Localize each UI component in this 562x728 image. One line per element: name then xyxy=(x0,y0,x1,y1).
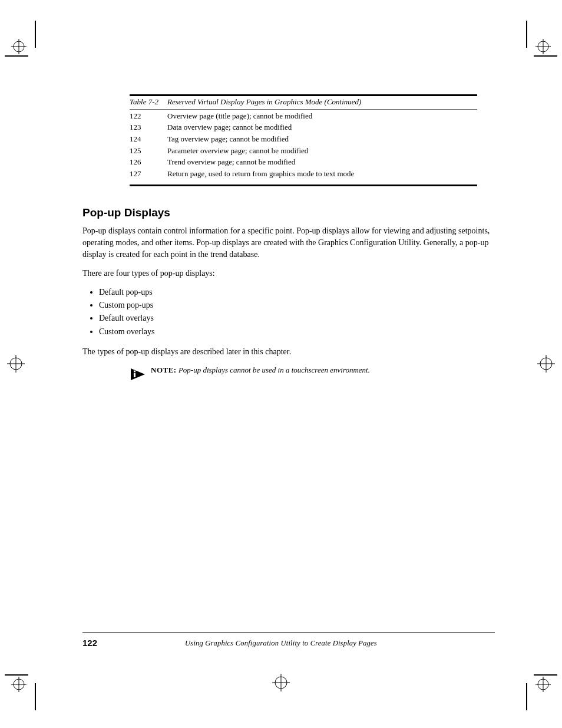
cell-func: Parameter overview page; cannot be modif… xyxy=(167,146,477,156)
svg-rect-31 xyxy=(134,373,135,377)
footer-rule xyxy=(82,632,495,633)
svg-point-7 xyxy=(538,41,548,52)
table-row: 124 Tag overview page; cannot be modifie… xyxy=(130,134,477,144)
svg-point-13 xyxy=(540,358,552,370)
crop-mark-tl xyxy=(5,21,40,62)
crop-mark-ml xyxy=(6,354,26,374)
crop-mark-bl xyxy=(5,669,40,710)
svg-point-21 xyxy=(275,677,287,689)
list-item: Default overlays xyxy=(99,312,495,324)
cell-page: 127 xyxy=(130,169,167,179)
table-row: 127 Return page, used to return from gra… xyxy=(130,169,477,187)
cell-page: 122 xyxy=(130,111,167,121)
crop-mark-mr xyxy=(536,354,556,374)
note-text: NOTE: Pop-up displays cannot be used in … xyxy=(151,365,370,375)
info-icon xyxy=(130,366,151,385)
body-paragraph: Pop-up displays contain control informat… xyxy=(82,225,495,261)
cell-page: 124 xyxy=(130,134,167,144)
table-row: 126 Trend overview page; cannot be modif… xyxy=(130,157,477,167)
cell-func: Overview page (title page); cannot be mo… xyxy=(167,111,477,121)
list-item: Custom pop-ups xyxy=(99,299,495,311)
cell-func: Trend overview page; cannot be modified xyxy=(167,157,477,167)
svg-marker-29 xyxy=(131,368,145,380)
svg-point-26 xyxy=(538,679,548,690)
cell-page: 126 xyxy=(130,157,167,167)
note-body: Pop-up displays cannot be used in a touc… xyxy=(178,365,370,374)
cell-func: Tag overview page; cannot be modified xyxy=(167,134,477,144)
list-item: Custom overlays xyxy=(99,326,495,338)
body-paragraph: The types of pop-up displays are describ… xyxy=(82,346,495,358)
crop-mark-br xyxy=(522,669,557,710)
table-row: 123 Data overview page; cannot be modifi… xyxy=(130,122,477,133)
table-caption-number: Table 7-2 xyxy=(130,97,167,107)
table-row: 125 Parameter overview page; cannot be m… xyxy=(130,146,477,156)
cell-page: 125 xyxy=(130,146,167,156)
section-heading: Pop-up Displays xyxy=(82,206,495,219)
svg-point-2 xyxy=(14,41,24,52)
cell-func: Data overview page; cannot be modified xyxy=(167,122,477,133)
crop-mark-tr xyxy=(522,21,557,62)
crop-mark-bc xyxy=(271,673,291,693)
note-block: NOTE: Pop-up displays cannot be used in … xyxy=(130,365,477,385)
table-row: 122 Overview page (title page); cannot b… xyxy=(130,111,477,121)
cell-func: Return page, used to return from graphic… xyxy=(167,169,477,179)
list-item: Default pop-ups xyxy=(99,286,495,298)
page-content: Table 7-2 Reserved Virtual Display Pages… xyxy=(82,94,495,385)
svg-point-10 xyxy=(10,358,22,370)
table-caption-text: Reserved Virtual Display Pages in Graphi… xyxy=(167,97,477,107)
cell-page: 123 xyxy=(130,122,167,133)
popup-types-list: Default pop-ups Custom pop-ups Default o… xyxy=(82,286,495,338)
body-paragraph: There are four types of pop-up displays: xyxy=(82,268,495,279)
footer-title: Using Graphics Configuration Utility to … xyxy=(0,639,562,648)
svg-point-18 xyxy=(14,679,24,690)
svg-rect-30 xyxy=(134,370,135,372)
note-label: NOTE: xyxy=(151,365,177,374)
reserved-pages-table: Table 7-2 Reserved Virtual Display Pages… xyxy=(130,94,477,186)
